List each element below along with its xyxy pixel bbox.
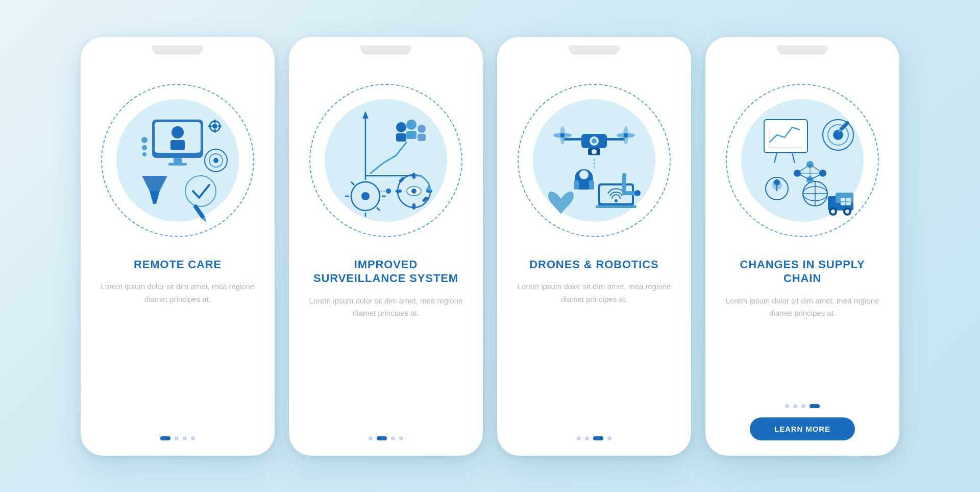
surveillance-illustration: [314, 89, 457, 232]
svg-rect-77: [596, 205, 636, 208]
card-body-surveillance: Lorem ipsum dolor sit dim amet, mea regi…: [307, 295, 464, 320]
phones-container: REMOTE CARE Lorem ipsum dolor sit dim am…: [81, 37, 899, 456]
dot-3-active: [593, 436, 603, 440]
svg-rect-72: [574, 180, 579, 190]
illustration-area-supply-chain: [705, 63, 899, 257]
svg-point-13: [142, 145, 147, 150]
svg-point-27: [396, 122, 406, 132]
phone-card-drones: DRONES & ROBOTICS Lorem ipsum dolor sit …: [497, 37, 691, 456]
remote-care-illustration: [106, 89, 249, 232]
svg-rect-8: [214, 120, 216, 123]
svg-point-101: [831, 209, 835, 214]
dot-3: [391, 436, 395, 440]
phone-top-bar-3: [497, 37, 691, 63]
dots-row-drones: [577, 426, 611, 440]
svg-line-113: [810, 173, 823, 180]
dot-2: [793, 404, 797, 408]
phone-notch-4: [777, 45, 828, 55]
svg-rect-71: [578, 180, 590, 190]
phone-text-drones: DRONES & ROBOTICS Lorem ipsum dolor sit …: [497, 257, 691, 440]
svg-marker-26: [362, 111, 369, 119]
dot-1-active: [160, 436, 170, 440]
illustration-area-drones: [497, 63, 691, 257]
svg-point-76: [615, 199, 618, 202]
svg-point-66: [624, 133, 628, 137]
illustration-area-surveillance: [289, 63, 483, 257]
learn-more-button[interactable]: LEARN MORE: [750, 417, 855, 440]
svg-point-52: [411, 189, 416, 194]
phone-card-supply-chain: CHANGES IN SUPPLY CHAIN Lorem ipsum dolo…: [705, 37, 899, 456]
svg-rect-46: [412, 203, 415, 209]
svg-line-82: [774, 153, 777, 163]
phone-notch: [152, 45, 203, 55]
dot-4-active: [810, 404, 820, 408]
phone-top-bar-4: [705, 37, 899, 63]
svg-rect-11: [218, 125, 222, 127]
svg-line-40: [351, 182, 354, 185]
dots-row-supply-chain: [785, 394, 820, 408]
svg-rect-47: [396, 190, 402, 193]
svg-rect-89: [839, 121, 850, 131]
svg-point-31: [418, 125, 426, 133]
card-title-supply-chain: CHANGES IN SUPPLY CHAIN: [724, 257, 881, 286]
svg-point-2: [172, 126, 184, 138]
svg-rect-5: [168, 163, 187, 166]
dot-4: [191, 436, 195, 440]
svg-point-17: [185, 176, 216, 206]
phone-top-bar: [81, 37, 275, 63]
phone-text-surveillance: IMPROVED SURVEILLANCE SYSTEM Lorem ipsum…: [289, 257, 483, 440]
svg-marker-15: [142, 176, 167, 191]
dot-3: [183, 436, 187, 440]
svg-rect-3: [170, 140, 185, 150]
drones-illustration: [523, 89, 666, 232]
dots-row-surveillance: [369, 426, 403, 440]
card-title-surveillance: IMPROVED SURVEILLANCE SYSTEM: [307, 257, 464, 286]
dot-1: [577, 436, 581, 440]
svg-point-35: [361, 192, 370, 200]
dots-row-remote-care: [160, 426, 195, 440]
svg-line-41: [377, 207, 380, 210]
svg-rect-59: [564, 138, 583, 140]
dot-1: [369, 436, 373, 440]
svg-point-22: [213, 158, 218, 163]
svg-point-63: [560, 133, 565, 137]
dot-2-active: [377, 436, 387, 440]
svg-line-111: [797, 165, 810, 173]
svg-marker-55: [426, 185, 432, 191]
svg-point-58: [592, 138, 597, 144]
dot-2: [585, 436, 589, 440]
phone-text-supply-chain: CHANGES IN SUPPLY CHAIN Lorem ipsum dolo…: [705, 257, 899, 440]
dot-4: [399, 436, 403, 440]
svg-point-7: [212, 124, 217, 129]
svg-point-80: [634, 190, 641, 196]
svg-rect-9: [214, 129, 216, 133]
card-title-drones: DRONES & ROBOTICS: [529, 257, 658, 272]
svg-point-103: [845, 209, 849, 214]
svg-rect-60: [605, 138, 625, 140]
card-body-supply-chain: Lorem ipsum dolor sit dim amet, mea regi…: [724, 295, 881, 320]
illustration-area-remote-care: [81, 63, 275, 257]
svg-point-70: [579, 170, 589, 179]
svg-point-88: [833, 130, 843, 140]
card-title-remote-care: REMOTE CARE: [134, 257, 222, 272]
svg-rect-10: [208, 125, 212, 127]
dot-4: [607, 436, 611, 440]
dot-3: [801, 404, 805, 408]
svg-point-14: [142, 152, 146, 156]
svg-rect-78: [622, 173, 626, 194]
dot-1: [785, 404, 789, 408]
svg-line-114: [797, 173, 810, 180]
svg-marker-16: [150, 191, 160, 204]
phone-notch-2: [360, 45, 411, 55]
svg-rect-73: [589, 180, 594, 190]
phone-card-surveillance: IMPROVED SURVEILLANCE SYSTEM Lorem ipsum…: [289, 37, 483, 456]
phone-notch-3: [569, 45, 620, 55]
phone-card-remote-care: REMOTE CARE Lorem ipsum dolor sit dim am…: [81, 37, 275, 456]
card-body-drones: Lorem ipsum dolor sit dim amet, mea regi…: [516, 280, 673, 306]
dot-2: [175, 436, 179, 440]
supply-chain-illustration: [731, 89, 874, 232]
svg-line-112: [810, 165, 823, 173]
svg-point-29: [406, 120, 416, 130]
svg-rect-28: [396, 133, 406, 142]
phone-top-bar-2: [289, 37, 483, 63]
